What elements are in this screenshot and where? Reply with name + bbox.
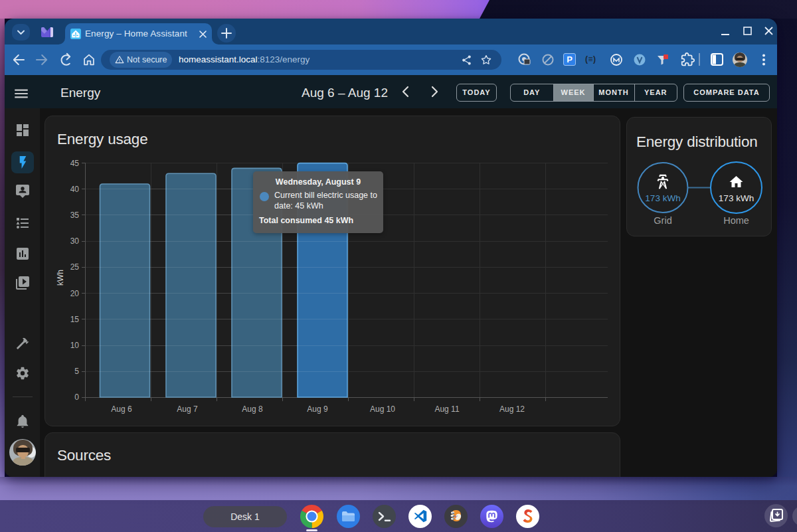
svg-text:40: 40 <box>70 185 80 194</box>
svg-text:173 kWh: 173 kWh <box>719 193 754 203</box>
svg-text:Aug 10: Aug 10 <box>370 404 395 414</box>
svg-text:10: 10 <box>70 341 80 350</box>
svg-text:25: 25 <box>70 262 80 272</box>
svg-text:20: 20 <box>70 289 80 298</box>
svg-text:Aug 8: Aug 8 <box>242 404 263 414</box>
svg-text:Home: Home <box>723 215 749 226</box>
svg-text:30: 30 <box>70 236 80 246</box>
svg-text:Grid: Grid <box>654 215 671 226</box>
svg-text:Aug 9: Aug 9 <box>307 404 328 414</box>
svg-text:Aug 12: Aug 12 <box>499 404 525 414</box>
svg-text:Aug 11: Aug 11 <box>434 404 459 414</box>
svg-text:5: 5 <box>74 367 79 376</box>
svg-text:Aug 6: Aug 6 <box>111 404 132 414</box>
svg-text:45: 45 <box>70 159 80 168</box>
svg-text:0: 0 <box>74 393 79 402</box>
svg-text:Aug 7: Aug 7 <box>177 404 198 414</box>
svg-text:kWh: kWh <box>56 270 65 286</box>
svg-text:15: 15 <box>70 315 80 324</box>
svg-text:173 kWh: 173 kWh <box>645 193 680 203</box>
svg-text:35: 35 <box>70 211 80 220</box>
